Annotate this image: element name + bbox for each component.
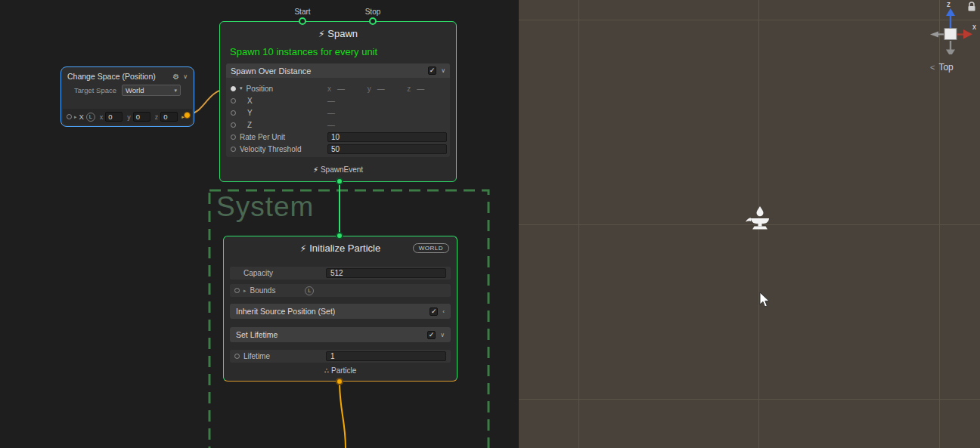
target-space-label: Target Space (74, 86, 116, 94)
spawn-start-label: Start (286, 8, 319, 16)
rate-per-unit-input[interactable]: 10 (327, 132, 447, 142)
stop-flow-port[interactable] (369, 17, 377, 25)
row-value: — (327, 121, 335, 129)
initialize-particle-node[interactable]: ⚡Initialize Particle WORLD Capacity 512 … (223, 236, 457, 382)
axis-gizmo-icon[interactable] (923, 6, 975, 54)
position-output-port[interactable] (184, 112, 191, 119)
lightning-icon: ⚡ (313, 165, 318, 174)
lightning-icon: ⚡ (318, 29, 324, 39)
dropdown-arrow-icon: ▾ (174, 88, 177, 94)
start-flow-port[interactable] (299, 17, 306, 25)
capacity-label: Capacity (243, 269, 273, 277)
block-header[interactable]: Spawn Over Distance ✓ ∨ (226, 63, 450, 78)
spawn-node-title: ⚡Spawn (220, 28, 456, 39)
back-arrow-icon: < (930, 63, 935, 72)
z-input-port[interactable] (231, 122, 236, 128)
spawn-title-text: Spawn (327, 28, 358, 39)
axis-x-group: x— (327, 85, 368, 93)
initialize-title-text: Initialize Particle (309, 243, 380, 254)
spawn-context-node[interactable]: ⚡Spawn Spawn 10 instances for every unit… (219, 21, 457, 182)
position-fields: x— y— z— (327, 83, 447, 94)
axis-value: — (417, 85, 424, 93)
spawn-output-label: ⚡SpawnEvent (220, 165, 456, 174)
change-space-input-row: ▸ X L x 0 y 0 z 0 ▸ (63, 109, 192, 125)
grid-line (519, 20, 980, 20)
lifetime-input-port[interactable] (234, 354, 240, 359)
spawn-row-velocity-threshold: Velocity Threshold 50 (226, 143, 450, 155)
axis-value: — (337, 85, 345, 93)
capacity-input[interactable]: 512 (326, 268, 446, 278)
spawn-stop-label: Stop (356, 8, 389, 16)
check-icon: ✓ (430, 67, 436, 74)
x-input-port[interactable] (231, 98, 236, 104)
chevron-down-icon[interactable]: ∨ (440, 332, 445, 338)
change-space-title: Change Space (Position) (67, 72, 169, 81)
row-label: Position (247, 85, 274, 93)
chevron-left-icon[interactable]: ‹ (442, 308, 445, 315)
lifetime-label: Lifetime (243, 352, 270, 360)
particle-output-port[interactable] (336, 378, 343, 385)
axis-z-group: z— (407, 85, 447, 93)
change-space-node[interactable]: Change Space (Position) ⚙ ∨ Target Space… (60, 66, 194, 127)
spawn-row-y: Y — (226, 107, 450, 119)
spawn-node-subtitle: Spawn 10 instances for every unit (230, 46, 377, 57)
orientation-text: Top (938, 62, 953, 73)
foldout-icon[interactable]: ▾ (240, 85, 243, 91)
row-label: Z (247, 121, 252, 129)
expand-arrow-icon[interactable]: ▸ (74, 114, 77, 120)
target-space-row: Target Space World ▾ (61, 82, 194, 96)
grid-line (519, 399, 980, 400)
bounds-label: Bounds (250, 286, 276, 295)
block-enabled-checkbox[interactable]: ✓ (430, 307, 438, 316)
inherit-source-position-block[interactable]: Inherit Source Position (Set) ✓ ‹ (230, 304, 451, 319)
velocity-threshold-input[interactable]: 50 (327, 144, 447, 154)
lifetime-input[interactable]: 1 (326, 351, 446, 361)
spawn-over-distance-block[interactable]: Spawn Over Distance ✓ ∨ ▾ Position x— y—… (226, 63, 450, 157)
lock-icon[interactable] (967, 2, 976, 12)
spawn-row-z: Z — (226, 119, 450, 131)
particle-icon: ∴ (324, 366, 329, 375)
gear-icon[interactable]: ⚙ (172, 73, 179, 81)
visual-effect-gizmo-icon[interactable] (746, 205, 773, 233)
rate-per-unit-port[interactable] (231, 134, 236, 140)
block-enabled-checkbox[interactable]: ✓ (428, 66, 436, 75)
mouse-cursor (759, 292, 770, 308)
velocity-threshold-port[interactable] (231, 147, 236, 152)
output-label-text: Particle (331, 366, 356, 375)
axis-letter: y (127, 113, 131, 121)
axis-value: — (377, 85, 385, 93)
scene-view[interactable]: z x < Top (519, 0, 980, 448)
chevron-down-icon[interactable]: ∨ (183, 73, 188, 80)
check-icon: ✓ (429, 332, 435, 338)
axis-letter: z (155, 113, 159, 121)
lightning-icon: ⚡ (300, 243, 306, 254)
y-value-field[interactable]: 0 (133, 112, 150, 122)
set-lifetime-block[interactable]: Set Lifetime ✓ ∨ (230, 327, 451, 342)
block-enabled-checkbox[interactable]: ✓ (427, 331, 436, 339)
expand-arrow-icon[interactable]: ▸ (243, 288, 247, 294)
axis-letter: y (368, 85, 371, 93)
bounds-input-port[interactable] (234, 288, 240, 293)
bounds-link-icon[interactable]: L (305, 286, 314, 295)
view-orientation-label[interactable]: < Top (930, 62, 954, 73)
change-space-header[interactable]: Change Space (Position) ⚙ ∨ (61, 67, 194, 82)
check-icon: ✓ (431, 308, 437, 315)
position-input-port[interactable] (231, 86, 236, 91)
lifetime-row: Lifetime 1 (230, 350, 451, 363)
space-link-icon[interactable]: L (86, 113, 95, 122)
bounds-row: ▸ Bounds L (230, 284, 451, 297)
block-body: ▾ Position x— y— z— X — (226, 78, 450, 157)
vfx-graph-canvas[interactable]: System Start Stop ⚡Spawn Spawn 10 instan… (0, 0, 519, 448)
target-space-dropdown[interactable]: World ▾ (122, 85, 181, 96)
x-input-port[interactable] (67, 114, 72, 119)
system-group-label: System (216, 191, 314, 223)
x-value-field[interactable]: 0 (105, 112, 122, 122)
y-input-port[interactable] (231, 110, 236, 116)
chevron-down-icon[interactable]: ∨ (441, 67, 445, 74)
initialize-input-port[interactable] (336, 232, 343, 239)
spawn-row-rate-per-unit: Rate Per Unit 10 (226, 131, 450, 143)
block-title: Inherit Source Position (Set) (236, 307, 425, 316)
z-value-field[interactable]: 0 (160, 112, 178, 122)
target-space-value: World (126, 86, 174, 94)
spawnevent-output-port[interactable] (336, 178, 343, 185)
